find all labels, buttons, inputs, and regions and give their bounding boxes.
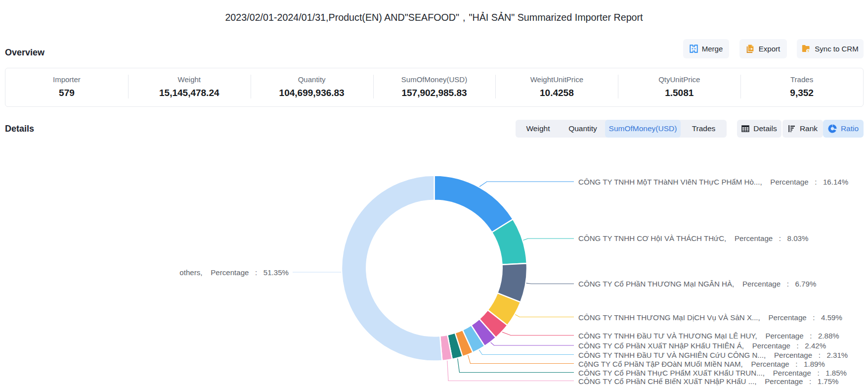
svg-text:others, Percentage : 51: others, Percentage : 51.35%: [179, 268, 289, 277]
svg-text:CộNG TY Cổ PHầN TậP ĐOàN MUốI: CộNG TY Cổ PHầN TậP ĐOàN MUốI MIềN NAM, …: [578, 360, 825, 368]
svg-text:CÔNG TY TNHH CƠ HộI VÀ THÁCH T: CÔNG TY TNHH CƠ HộI VÀ THÁCH THứC, Perce…: [578, 234, 808, 242]
svg-text:CÔNG TY TNHH ĐầU TƯ VÀ NGHIÊN: CÔNG TY TNHH ĐầU TƯ VÀ NGHIÊN CứU CÔNG N…: [578, 351, 848, 359]
svg-text:CÔNG TY TNHH MộT THàNH VIêN TH: CÔNG TY TNHH MộT THàNH VIêN THựC PHẩM Hò…: [578, 178, 848, 186]
svg-text:CÔNG TY TNHH ĐầU TƯ VÀ THƯƠNG: CÔNG TY TNHH ĐầU TƯ VÀ THƯƠNG MạI LÊ HUY…: [578, 332, 839, 340]
svg-text:CÔNG TY Cổ PHầN CHế BIếN XUấT: CÔNG TY Cổ PHầN CHế BIếN XUấT NHậP KHẩU …: [578, 377, 839, 386]
svg-text:CÔNG TY Cổ PHầN THựC PHẩM XUấT: CÔNG TY Cổ PHầN THựC PHẩM XUấT KHẩU TRUN…: [578, 369, 847, 377]
svg-text:CÔNG TY Cổ PHầN XUấT NHậP KHẩU: CÔNG TY Cổ PHầN XUấT NHậP KHẩU THIÊN Á, …: [578, 341, 826, 350]
svg-text:CÔNG TY Cổ PHầN THƯƠNG MạI NGÂ: CÔNG TY Cổ PHầN THƯƠNG MạI NGÂN HÀ, Perc…: [578, 280, 816, 288]
svg-text:CÔNG TY TNHH THƯƠNG MạI DịCH V: CÔNG TY TNHH THƯƠNG MạI DịCH Vụ VÀ SảN X…: [578, 313, 842, 322]
